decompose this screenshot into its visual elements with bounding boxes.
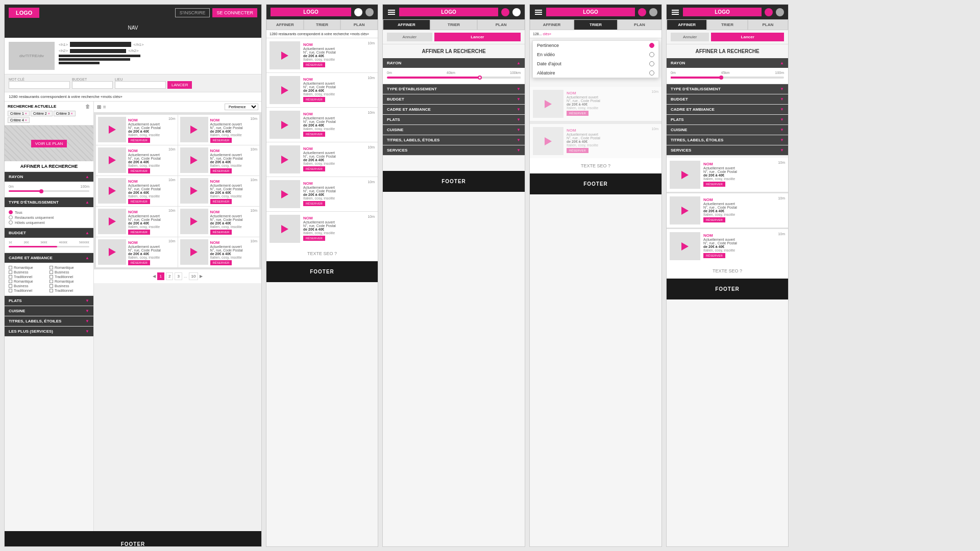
circle-btn-gray-4[interactable]: [649, 8, 657, 16]
type-etab-header-3[interactable]: TYPE D'ÉTABLISSEMENT ▼: [383, 84, 525, 94]
mobile5-logo[interactable]: LOGO: [683, 8, 762, 16]
reserver-button[interactable]: RÉSERVER: [703, 182, 725, 187]
tab-affiner-5[interactable]: AFFINER: [667, 19, 707, 30]
tag-critere3[interactable]: Critère 3 ×: [54, 111, 76, 116]
annuler-button-3[interactable]: Annuler: [387, 33, 432, 41]
circle-btn-pink[interactable]: [501, 8, 509, 16]
rayon-header[interactable]: RAYON ▲: [5, 172, 93, 182]
tab-trier-4[interactable]: TRIER: [574, 19, 618, 30]
plats-header[interactable]: PLATS ▼: [5, 296, 93, 306]
tab-affiner-3[interactable]: AFFINER: [383, 19, 430, 30]
tab-plan-4[interactable]: PLAN: [618, 19, 662, 30]
list-view-icon[interactable]: ≡: [103, 104, 106, 110]
type-tous[interactable]: Tous: [9, 210, 89, 214]
circle-btn-pink-4[interactable]: [638, 8, 646, 16]
mobile3-logo[interactable]: LOGO: [399, 8, 498, 16]
sort-select[interactable]: Pertinence En vidéo Date d'ajout Aléatoi…: [225, 104, 258, 110]
reserver-button[interactable]: RÉSERVER: [210, 230, 232, 235]
logo-button[interactable]: LOGO: [9, 8, 39, 18]
tab-plan-3[interactable]: PLAN: [477, 19, 525, 30]
cuisine-header-3[interactable]: CUISINE ▼: [383, 125, 525, 135]
plats-header-3[interactable]: PLATS ▼: [383, 115, 525, 124]
cuisine-header[interactable]: CUISINE ▼: [5, 306, 93, 316]
sort-pertinence[interactable]: Pertinence: [533, 41, 658, 50]
tab-affiner-2[interactable]: AFFINER: [266, 19, 304, 30]
sort-date[interactable]: Date d'ajout: [533, 59, 658, 68]
tab-plan-5[interactable]: PLAN: [748, 19, 788, 30]
cuisine-header-5[interactable]: CUISINE ▼: [667, 125, 788, 135]
type-etab-header-5[interactable]: TYPE D'ÉTABLISSEMENT ▼: [667, 84, 788, 94]
hamburger-icon-5[interactable]: [671, 9, 680, 16]
titres-header-5[interactable]: TITRES, LABELS, ÉTOILES ▼: [667, 135, 788, 145]
reserver-button[interactable]: RÉSERVER: [303, 236, 325, 241]
sort-video[interactable]: En vidéo: [533, 50, 658, 59]
reserver-button[interactable]: RÉSERVER: [128, 199, 150, 204]
type-etab-header[interactable]: TYPE D'ÉTABLISSEMENT ▲: [5, 197, 93, 207]
les-plus-header[interactable]: LES PLUS (SERVICES) ▼: [5, 327, 93, 336]
titres-header-3[interactable]: TITRES, LABELS, ÉTOILES ▼: [383, 135, 525, 145]
connecter-button[interactable]: SE CONNECTER: [212, 8, 257, 17]
mot-cle-input[interactable]: [9, 81, 70, 89]
reserver-button[interactable]: RÉSERVER: [567, 111, 589, 116]
budget-input[interactable]: [72, 81, 113, 89]
reserver-button[interactable]: RÉSERVER: [303, 201, 325, 206]
tab-trier-3[interactable]: TRIER: [430, 19, 478, 30]
circle-btn-1[interactable]: [354, 8, 362, 16]
services-header-3[interactable]: SERVICES ▼: [383, 145, 525, 155]
lancer-button[interactable]: LANCER: [167, 81, 192, 89]
reserver-button[interactable]: RÉSERVER: [303, 62, 325, 67]
reserver-button[interactable]: RÉSERVER: [128, 168, 150, 173]
tab-affiner-4[interactable]: AFFINER: [530, 19, 574, 30]
page-2[interactable]: 2: [166, 272, 173, 280]
mobile4-logo[interactable]: LOGO: [546, 8, 635, 16]
voir-plan-button[interactable]: VOIR LE PLAN: [31, 140, 67, 147]
circle-btn-pink-5[interactable]: [765, 8, 773, 16]
reserver-button[interactable]: RÉSERVER: [567, 148, 589, 153]
sort-aleatoire[interactable]: Aléatoire: [533, 68, 658, 78]
cadre-header[interactable]: CADRE ET AMBIANCE ▲: [5, 253, 93, 263]
lancer-button-3[interactable]: Lancer: [434, 33, 521, 41]
page-3[interactable]: 3: [175, 272, 182, 280]
reserver-button[interactable]: RÉSERVER: [210, 138, 232, 143]
reserver-button[interactable]: RÉSERVER: [303, 97, 325, 102]
cadre-header-5[interactable]: CADRE ET AMBIANCE ▼: [667, 105, 788, 114]
rayon-header-5[interactable]: RAYON ▲: [667, 58, 788, 68]
budget-header-5[interactable]: BUDGET ▼: [667, 94, 788, 104]
reserver-button[interactable]: RÉSERVER: [210, 260, 232, 265]
tag-critere1[interactable]: Critère 1 ×: [8, 111, 30, 116]
cadre-header-3[interactable]: CADRE ET AMBIANCE ▼: [383, 105, 525, 114]
inscrire-button[interactable]: S'INSCRIRE: [175, 8, 210, 17]
budget-header-3[interactable]: BUDGET ▼: [383, 94, 525, 104]
tab-trier-2[interactable]: TRIER: [304, 19, 341, 30]
grid-view-icon[interactable]: ⊞: [97, 104, 101, 110]
annuler-button-5[interactable]: Annuler: [671, 33, 709, 41]
reserver-button[interactable]: RÉSERVER: [703, 253, 725, 258]
lieu-input[interactable]: [115, 81, 166, 89]
plats-header-5[interactable]: PLATS ▼: [667, 115, 788, 124]
mobile2-logo[interactable]: LOGO: [271, 8, 351, 16]
rayon-header-3[interactable]: RAYON ▲: [383, 58, 525, 68]
reserver-button[interactable]: RÉSERVER: [210, 199, 232, 204]
tag-critere2[interactable]: Critère 2 ×: [31, 111, 53, 116]
reserver-button[interactable]: RÉSERVER: [128, 138, 150, 143]
type-restaurants[interactable]: Restaurants uniquement: [9, 215, 89, 219]
delete-search-icon[interactable]: 🗑: [85, 104, 90, 109]
tag-critere4[interactable]: Critère 4 ×: [8, 117, 30, 123]
reserver-button[interactable]: RÉSERVER: [128, 230, 150, 235]
circle-btn-gray-5[interactable]: [776, 8, 784, 16]
hamburger-icon-4[interactable]: [534, 9, 543, 16]
tab-trier-5[interactable]: TRIER: [707, 19, 747, 30]
circle-btn-2[interactable]: [365, 8, 374, 16]
reserver-button[interactable]: RÉSERVER: [303, 132, 325, 137]
page-last[interactable]: 10: [189, 272, 199, 280]
type-hotels[interactable]: Hôtels uniquement: [9, 220, 89, 224]
hamburger-icon[interactable]: [387, 9, 396, 16]
services-header-5[interactable]: SERVICES ▼: [667, 145, 788, 155]
reserver-button[interactable]: RÉSERVER: [210, 168, 232, 173]
reserver-button[interactable]: RÉSERVER: [128, 260, 150, 265]
titres-header[interactable]: TITRES, LABELS, ÉTOILES ▼: [5, 316, 93, 326]
reserver-button[interactable]: RÉSERVER: [303, 166, 325, 171]
lancer-button-5[interactable]: Lancer: [711, 33, 784, 41]
budget-header[interactable]: BUDGET ▲: [5, 228, 93, 238]
reserver-button[interactable]: RÉSERVER: [703, 217, 725, 222]
